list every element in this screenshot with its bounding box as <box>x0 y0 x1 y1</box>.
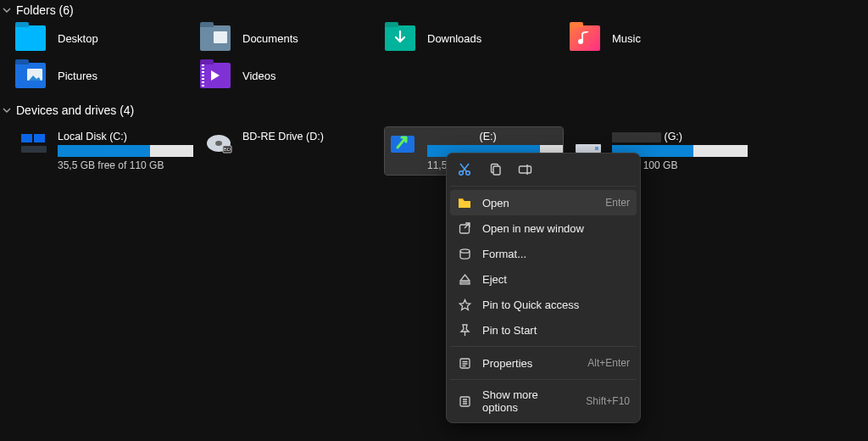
context-menu-separator <box>450 379 637 380</box>
star-icon <box>457 297 472 312</box>
drive-usage-bar <box>58 145 193 157</box>
context-menu-open-new-window[interactable]: Open in new window <box>450 215 637 241</box>
context-menu-label: Properties <box>482 357 577 370</box>
svg-point-5 <box>215 141 222 146</box>
svg-point-17 <box>460 248 470 252</box>
svg-rect-10 <box>595 147 598 150</box>
drive-c[interactable]: Local Disk (C:) 35,5 GB free of 110 GB <box>15 127 193 175</box>
folder-downloads[interactable]: Downloads <box>385 25 563 51</box>
svg-rect-3 <box>34 134 45 142</box>
drive-e-icon <box>388 131 419 156</box>
context-menu-shortcut: Alt+Enter <box>587 357 630 369</box>
context-menu-shortcut: Shift+F10 <box>586 395 630 407</box>
folders-grid: Desktop Documents Downloads Music Pictur… <box>0 25 868 88</box>
redacted-text <box>427 132 476 142</box>
svg-rect-14 <box>493 166 500 175</box>
open-folder-icon <box>457 195 472 210</box>
svg-rect-2 <box>21 134 32 142</box>
context-menu-pin-start[interactable]: Pin to Start <box>450 317 637 343</box>
context-menu-label: Open <box>482 197 595 209</box>
rename-icon[interactable] <box>518 162 533 177</box>
pictures-folder-icon <box>15 63 46 88</box>
context-menu-action-row <box>450 157 637 182</box>
context-menu-label: Pin to Quick access <box>482 299 630 311</box>
chevron-down-icon <box>2 105 12 115</box>
context-menu-shortcut: Enter <box>605 197 630 209</box>
drive-free-text: 35,5 GB free of 110 GB <box>58 159 193 171</box>
context-menu-label: Eject <box>482 273 630 286</box>
desktop-folder-icon <box>15 25 46 51</box>
context-menu-separator <box>450 346 637 347</box>
context-menu-format[interactable]: Format... <box>450 241 637 266</box>
folder-videos[interactable]: Videos <box>200 63 378 88</box>
downloads-folder-icon <box>385 25 415 51</box>
context-menu-separator <box>450 186 637 187</box>
folders-header-label: Folders (6) <box>16 3 74 17</box>
folder-pictures[interactable]: Pictures <box>15 63 193 88</box>
folder-label: Pictures <box>58 70 97 82</box>
drive-name: (E:) <box>427 131 563 142</box>
context-menu-label: Pin to Start <box>482 324 630 337</box>
drive-name: BD-RE Drive (D:) <box>242 131 375 142</box>
redacted-text <box>612 132 661 142</box>
svg-rect-15 <box>520 166 531 173</box>
context-menu-show-more[interactable]: Show more options Shift+F10 <box>450 383 637 419</box>
svg-rect-1 <box>21 146 47 153</box>
drive-d[interactable]: BD BD-RE Drive (D:) <box>200 127 378 175</box>
context-menu: Open Enter Open in new window Format... … <box>446 153 641 423</box>
context-menu-pin-quick-access[interactable]: Pin to Quick access <box>450 292 637 317</box>
context-menu-open[interactable]: Open Enter <box>450 190 637 215</box>
folder-music[interactable]: Music <box>570 25 748 51</box>
svg-rect-16 <box>459 225 469 233</box>
section-header-drives[interactable]: Devices and drives (4) <box>0 100 868 120</box>
local-disk-icon <box>19 131 49 156</box>
format-icon <box>457 246 472 261</box>
folder-label: Documents <box>242 32 298 45</box>
bd-drive-icon: BD <box>203 131 234 156</box>
drive-name: Local Disk (C:) <box>58 131 193 142</box>
drives-header-label: Devices and drives (4) <box>16 103 134 117</box>
section-header-folders[interactable]: Folders (6) <box>0 0 868 20</box>
context-menu-eject[interactable]: Eject <box>450 266 637 292</box>
cut-icon[interactable] <box>457 162 472 177</box>
properties-icon <box>457 355 472 371</box>
svg-text:BD: BD <box>224 147 231 152</box>
folder-documents[interactable]: Documents <box>200 25 378 51</box>
videos-folder-icon <box>200 63 231 88</box>
folder-label: Desktop <box>58 32 98 45</box>
context-menu-label: Open in new window <box>482 222 630 235</box>
svg-rect-18 <box>460 282 470 284</box>
open-new-window-icon <box>457 220 472 236</box>
folder-label: Downloads <box>427 32 481 45</box>
chevron-down-icon <box>2 5 12 15</box>
pin-icon <box>457 322 472 338</box>
drives-grid: Local Disk (C:) 35,5 GB free of 110 GB B… <box>0 127 868 175</box>
context-menu-properties[interactable]: Properties Alt+Enter <box>450 350 637 376</box>
documents-folder-icon <box>200 25 231 51</box>
folder-desktop[interactable]: Desktop <box>15 25 193 51</box>
music-folder-icon <box>570 25 600 51</box>
svg-point-0 <box>578 39 583 44</box>
folder-label: Videos <box>242 70 276 82</box>
folder-label: Music <box>612 32 641 45</box>
drive-name: (G:) <box>612 131 748 142</box>
context-menu-label: Format... <box>482 248 630 260</box>
copy-icon[interactable] <box>487 162 503 177</box>
more-options-icon <box>457 394 472 409</box>
eject-icon <box>457 271 472 287</box>
context-menu-label: Show more options <box>482 388 576 414</box>
